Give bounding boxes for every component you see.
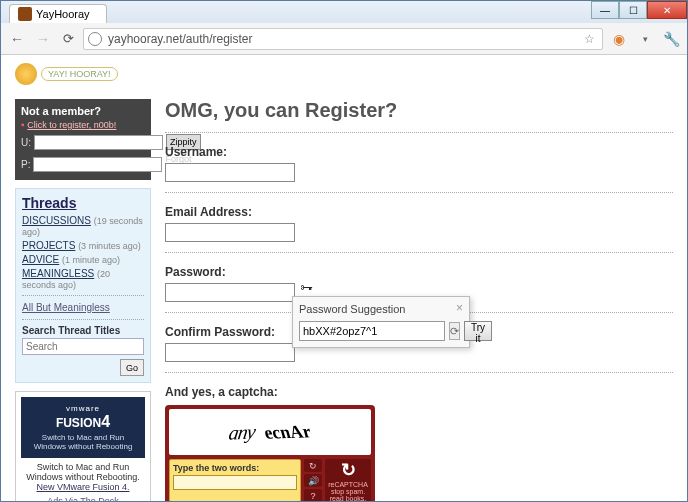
confirm-password-input[interactable] <box>165 343 295 362</box>
login-box: Not a member? ▪ Click to register, n00b!… <box>15 99 151 180</box>
recaptcha-tag2: read books. <box>330 495 367 501</box>
thread-age: (3 minutes ago) <box>78 241 141 251</box>
captcha-audio-icon[interactable]: 🔊 <box>304 474 322 487</box>
thread-search-input[interactable] <box>22 338 144 355</box>
thread-link[interactable]: PROJECTS <box>22 240 75 251</box>
username-label: Username: <box>165 145 673 159</box>
settings-wrench-icon[interactable]: 🔧 <box>661 29 681 49</box>
captcha-prompt: Type the two words: <box>173 463 297 473</box>
thread-line: ADVICE (1 minute ago) <box>22 254 144 265</box>
ad-caption-text: Switch to Mac and Run Windows without Re… <box>26 462 140 482</box>
ad-tag: Switch to Mac and Run Windows without Re… <box>25 433 141 451</box>
reload-button[interactable]: ⟳ <box>59 30 77 48</box>
minimize-button[interactable]: — <box>591 1 619 19</box>
thread-line: PROJECTS (3 minutes ago) <box>22 240 144 251</box>
captcha-help-icon[interactable]: ? <box>304 489 322 501</box>
ad-version: 4 <box>101 413 110 430</box>
close-button[interactable]: ✕ <box>647 1 687 19</box>
popup-close-icon[interactable]: × <box>456 301 463 315</box>
threads-box: Threads DISCUSSIONS (19 seconds ago) PRO… <box>15 188 151 383</box>
tab-title: YayHooray <box>36 8 90 20</box>
captcha-heading: And yes, a captcha: <box>165 385 673 399</box>
page-title: OMG, you can Register? <box>165 99 673 122</box>
password-input[interactable] <box>165 283 295 302</box>
maximize-button[interactable]: ☐ <box>619 1 647 19</box>
page-content: YAY! HOORAY! Not a member? ▪ Click to re… <box>1 55 687 501</box>
ad-caption: Switch to Mac and Run Windows without Re… <box>21 462 145 492</box>
ad-box: vmware FUSION4 Switch to Mac and Run Win… <box>15 391 151 501</box>
captcha-word-2: ecnAr <box>262 421 314 444</box>
url-text: yayhooray.net/auth/register <box>108 32 253 46</box>
favicon-icon <box>18 7 32 21</box>
back-button[interactable]: ← <box>7 29 27 49</box>
password-short-label: P: <box>21 159 30 170</box>
recaptcha-brand: reCAPTCHA <box>328 481 368 488</box>
register-link[interactable]: Click to register, n00b! <box>27 120 116 130</box>
thread-line: DISCUSSIONS (19 seconds ago) <box>22 215 144 237</box>
thread-search-go-button[interactable]: Go <box>120 359 144 376</box>
captcha-controls: ↻ 🔊 ? <box>304 459 322 501</box>
key-cursor-icon: 🗝 <box>300 280 313 295</box>
extension-dropdown-icon[interactable]: ▾ <box>635 29 655 49</box>
extension-icon[interactable]: ◉ <box>609 29 629 49</box>
try-it-button[interactable]: Try it <box>464 321 492 341</box>
globe-icon <box>88 32 102 46</box>
password-label: Password: <box>165 265 673 279</box>
window-controls: — ☐ ✕ <box>591 1 687 19</box>
email-label: Email Address: <box>165 205 673 219</box>
search-thread-label: Search Thread Titles <box>22 325 144 336</box>
login-username-input[interactable] <box>34 135 163 150</box>
site-logo-badge: YAY! HOORAY! <box>41 67 118 81</box>
captcha-widget: any ecnAr Type the two words: ↻ 🔊 ? <box>165 405 375 501</box>
titlebar: YayHooray — ☐ ✕ <box>1 1 687 23</box>
thread-link[interactable]: ADVICE <box>22 254 59 265</box>
site-logo-row: YAY! HOORAY! <box>15 63 673 85</box>
browser-tab[interactable]: YayHooray <box>9 4 107 23</box>
captcha-entry: Type the two words: <box>169 459 301 501</box>
username-input[interactable] <box>165 163 295 182</box>
ad-brand: FUSION <box>56 416 101 430</box>
thread-link[interactable]: MEANINGLESS <box>22 268 94 279</box>
captcha-word-1: any <box>227 420 256 444</box>
captcha-input[interactable] <box>173 475 297 490</box>
url-bar[interactable]: yayhooray.net/auth/register ☆ <box>83 28 603 50</box>
ad-caption-link[interactable]: New VMware Fusion 4. <box>36 482 129 492</box>
recaptcha-badge[interactable]: ↻ reCAPTCHA stop spam. read books. <box>325 459 371 501</box>
thread-age: (1 minute ago) <box>62 255 120 265</box>
login-heading: Not a member? <box>21 105 145 117</box>
captcha-image: any ecnAr <box>169 409 371 455</box>
ad-banner[interactable]: vmware FUSION4 Switch to Mac and Run Win… <box>21 397 145 458</box>
browser-window: YayHooray — ☐ ✕ ← → ⟳ yayhooray.net/auth… <box>0 0 688 502</box>
suggested-password-input[interactable] <box>299 321 445 341</box>
password-suggestion-popup: Password Suggestion × ⟳ Try it <box>292 296 470 348</box>
browser-toolbar: ← → ⟳ yayhooray.net/auth/register ☆ ◉ ▾ … <box>1 23 687 55</box>
thread-line: MEANINGLESS (20 seconds ago) <box>22 268 144 290</box>
register-bullet-icon: ▪ <box>21 119 25 130</box>
thread-link[interactable]: DISCUSSIONS <box>22 215 91 226</box>
left-sidebar: Not a member? ▪ Click to register, n00b!… <box>15 99 151 501</box>
all-but-link[interactable]: All But Meaningless <box>22 302 144 313</box>
popup-title: Password Suggestion <box>299 303 463 315</box>
forward-button[interactable]: → <box>33 29 53 49</box>
login-password-input[interactable] <box>33 157 162 172</box>
ad-brand-top: vmware <box>25 404 141 413</box>
captcha-refresh-icon[interactable]: ↻ <box>304 459 322 472</box>
recaptcha-tag1: stop spam. <box>331 488 365 495</box>
username-short-label: U: <box>21 137 31 148</box>
threads-heading[interactable]: Threads <box>22 195 144 211</box>
site-logo-icon[interactable] <box>15 63 37 85</box>
bookmark-star-icon[interactable]: ☆ <box>580 30 598 48</box>
regenerate-icon[interactable]: ⟳ <box>449 322 460 340</box>
email-input[interactable] <box>165 223 295 242</box>
ad-via-link[interactable]: Ads Via The Deck <box>21 496 145 501</box>
recaptcha-logo-icon: ↻ <box>341 459 356 481</box>
